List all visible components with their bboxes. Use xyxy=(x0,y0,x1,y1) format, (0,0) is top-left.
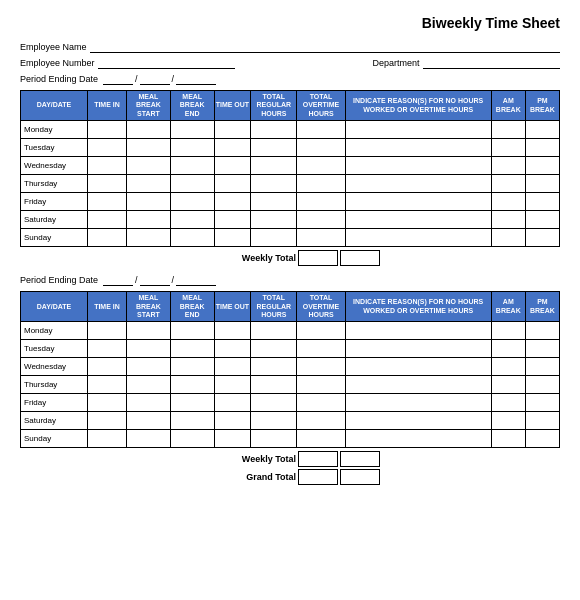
pm-break-monday-2[interactable] xyxy=(525,322,559,340)
meal-end-wednesday-1[interactable] xyxy=(170,157,214,175)
reason-tuesday-2[interactable] xyxy=(345,340,491,358)
reason-thursday-1[interactable] xyxy=(345,175,491,193)
reg-hours-thursday-2[interactable] xyxy=(251,376,297,394)
reg-hours-saturday-1[interactable] xyxy=(251,211,297,229)
employee-number-field[interactable] xyxy=(98,57,235,69)
meal-start-tuesday-1[interactable] xyxy=(126,139,170,157)
reg-hours-friday-1[interactable] xyxy=(251,193,297,211)
ot-hours-monday-2[interactable] xyxy=(297,322,345,340)
meal-start-sunday-1[interactable] xyxy=(126,229,170,247)
meal-end-sunday-1[interactable] xyxy=(170,229,214,247)
time-out-sunday-1[interactable] xyxy=(214,229,251,247)
reg-hours-thursday-1[interactable] xyxy=(251,175,297,193)
reason-thursday-2[interactable] xyxy=(345,376,491,394)
time-in-sunday-2[interactable] xyxy=(87,430,126,448)
meal-start-tuesday-2[interactable] xyxy=(126,340,170,358)
meal-end-tuesday-1[interactable] xyxy=(170,139,214,157)
time-out-tuesday-1[interactable] xyxy=(214,139,251,157)
meal-end-wednesday-2[interactable] xyxy=(170,358,214,376)
meal-end-saturday-1[interactable] xyxy=(170,211,214,229)
time-out-saturday-2[interactable] xyxy=(214,412,251,430)
meal-start-thursday-2[interactable] xyxy=(126,376,170,394)
pm-break-wednesday-1[interactable] xyxy=(525,157,559,175)
period-month-1[interactable] xyxy=(103,73,133,85)
time-out-wednesday-1[interactable] xyxy=(214,157,251,175)
time-out-sunday-2[interactable] xyxy=(214,430,251,448)
am-break-sunday-2[interactable] xyxy=(491,430,525,448)
period-year-1[interactable] xyxy=(176,73,216,85)
pm-break-friday-1[interactable] xyxy=(525,193,559,211)
am-break-thursday-1[interactable] xyxy=(491,175,525,193)
meal-end-friday-2[interactable] xyxy=(170,394,214,412)
meal-end-thursday-1[interactable] xyxy=(170,175,214,193)
pm-break-sunday-2[interactable] xyxy=(525,430,559,448)
time-in-saturday-2[interactable] xyxy=(87,412,126,430)
time-out-tuesday-2[interactable] xyxy=(214,340,251,358)
ot-hours-monday-1[interactable] xyxy=(297,121,345,139)
ot-hours-wednesday-1[interactable] xyxy=(297,157,345,175)
time-out-thursday-1[interactable] xyxy=(214,175,251,193)
reason-friday-2[interactable] xyxy=(345,394,491,412)
time-in-wednesday-2[interactable] xyxy=(87,358,126,376)
ot-hours-friday-1[interactable] xyxy=(297,193,345,211)
meal-end-saturday-2[interactable] xyxy=(170,412,214,430)
pm-break-thursday-1[interactable] xyxy=(525,175,559,193)
ot-hours-saturday-1[interactable] xyxy=(297,211,345,229)
time-in-thursday-2[interactable] xyxy=(87,376,126,394)
time-in-friday-1[interactable] xyxy=(87,193,126,211)
am-break-tuesday-2[interactable] xyxy=(491,340,525,358)
meal-end-tuesday-2[interactable] xyxy=(170,340,214,358)
time-in-friday-2[interactable] xyxy=(87,394,126,412)
reason-monday-2[interactable] xyxy=(345,322,491,340)
reason-saturday-2[interactable] xyxy=(345,412,491,430)
meal-end-sunday-2[interactable] xyxy=(170,430,214,448)
ot-hours-thursday-1[interactable] xyxy=(297,175,345,193)
am-break-friday-1[interactable] xyxy=(491,193,525,211)
meal-start-wednesday-2[interactable] xyxy=(126,358,170,376)
time-out-thursday-2[interactable] xyxy=(214,376,251,394)
ot-hours-friday-2[interactable] xyxy=(297,394,345,412)
ot-hours-sunday-1[interactable] xyxy=(297,229,345,247)
reg-hours-sunday-1[interactable] xyxy=(251,229,297,247)
time-out-friday-1[interactable] xyxy=(214,193,251,211)
reason-sunday-1[interactable] xyxy=(345,229,491,247)
weekly-total-reg-box-2[interactable] xyxy=(298,451,338,467)
pm-break-thursday-2[interactable] xyxy=(525,376,559,394)
meal-start-friday-1[interactable] xyxy=(126,193,170,211)
meal-end-friday-1[interactable] xyxy=(170,193,214,211)
time-in-sunday-1[interactable] xyxy=(87,229,126,247)
weekly-total-ot-box-1[interactable] xyxy=(340,250,380,266)
reg-hours-wednesday-1[interactable] xyxy=(251,157,297,175)
meal-end-monday-2[interactable] xyxy=(170,322,214,340)
time-in-tuesday-1[interactable] xyxy=(87,139,126,157)
reg-hours-monday-2[interactable] xyxy=(251,322,297,340)
pm-break-saturday-1[interactable] xyxy=(525,211,559,229)
ot-hours-thursday-2[interactable] xyxy=(297,376,345,394)
reg-hours-friday-2[interactable] xyxy=(251,394,297,412)
time-in-saturday-1[interactable] xyxy=(87,211,126,229)
reg-hours-tuesday-1[interactable] xyxy=(251,139,297,157)
pm-break-monday-1[interactable] xyxy=(525,121,559,139)
employee-name-field[interactable] xyxy=(90,41,560,53)
period-year-2[interactable] xyxy=(176,274,216,286)
pm-break-friday-2[interactable] xyxy=(525,394,559,412)
am-break-friday-2[interactable] xyxy=(491,394,525,412)
pm-break-sunday-1[interactable] xyxy=(525,229,559,247)
am-break-monday-2[interactable] xyxy=(491,322,525,340)
meal-end-thursday-2[interactable] xyxy=(170,376,214,394)
time-out-saturday-1[interactable] xyxy=(214,211,251,229)
reg-hours-sunday-2[interactable] xyxy=(251,430,297,448)
pm-break-saturday-2[interactable] xyxy=(525,412,559,430)
ot-hours-wednesday-2[interactable] xyxy=(297,358,345,376)
meal-start-saturday-1[interactable] xyxy=(126,211,170,229)
reason-tuesday-1[interactable] xyxy=(345,139,491,157)
time-out-friday-2[interactable] xyxy=(214,394,251,412)
am-break-wednesday-1[interactable] xyxy=(491,157,525,175)
time-out-monday-1[interactable] xyxy=(214,121,251,139)
meal-start-monday-2[interactable] xyxy=(126,322,170,340)
time-in-wednesday-1[interactable] xyxy=(87,157,126,175)
meal-start-monday-1[interactable] xyxy=(126,121,170,139)
ot-hours-tuesday-2[interactable] xyxy=(297,340,345,358)
reg-hours-tuesday-2[interactable] xyxy=(251,340,297,358)
am-break-saturday-1[interactable] xyxy=(491,211,525,229)
